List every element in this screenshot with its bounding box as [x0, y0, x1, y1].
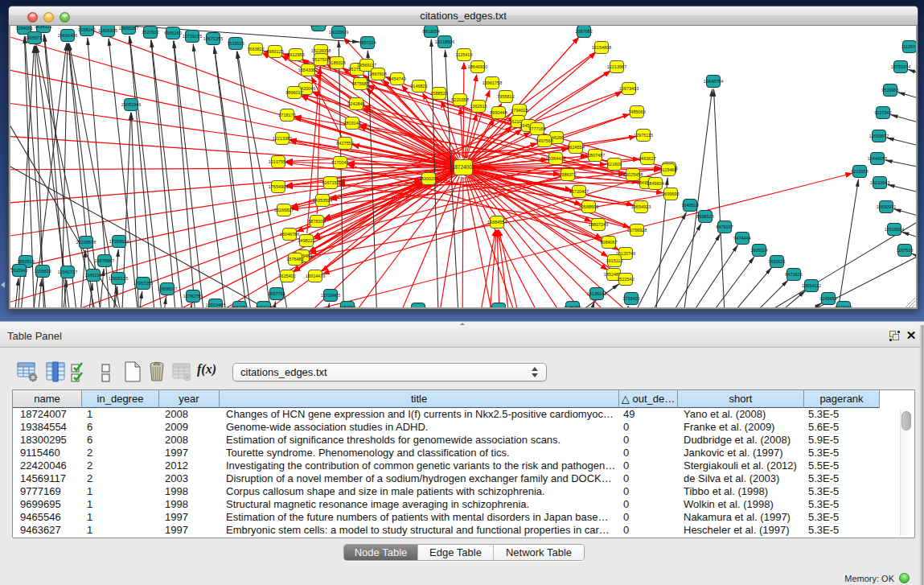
graph-node-label: 18640910 [468, 64, 487, 69]
graph-edge-black[interactable] [888, 184, 916, 196]
graph-edge-black[interactable] [739, 291, 805, 308]
graph-edge-black[interactable] [633, 224, 701, 307]
graph-edge-black[interactable] [887, 138, 916, 149]
float-window-icon[interactable] [889, 331, 900, 341]
select-columns-icon[interactable] [44, 360, 67, 383]
graph-edge-black[interactable] [721, 280, 788, 307]
column-header-short[interactable]: short [678, 390, 804, 408]
graph-node-label: 14136141 [587, 291, 606, 296]
cell-year: 2009 [165, 421, 220, 434]
graph-node-label: 3875685 [351, 81, 368, 86]
cell-short: Hescheler et al. (1997) [684, 524, 804, 537]
table-row[interactable]: 1872400712008Changes of HCN gene express… [13, 408, 880, 421]
graph-edge-red[interactable] [10, 167, 454, 170]
graph-edge-black[interactable] [69, 43, 127, 307]
cell-name: 9699695 [20, 498, 82, 511]
graph-edge-black[interactable] [908, 69, 916, 78]
cell-name: 9463627 [20, 524, 82, 537]
cell-pagerank: 5.3E-5 [808, 472, 880, 485]
graph-node-label: 12093872 [869, 134, 889, 138]
graph-edge-black[interactable] [236, 51, 275, 307]
graph-node-label: 15751074 [891, 64, 910, 69]
collapse-left-arrow-icon[interactable] [1, 282, 5, 288]
window-titlebar[interactable]: citations_edges.txt [9, 6, 918, 26]
network-canvas[interactable]: 7264051963492114055713206914069158140116… [10, 26, 916, 307]
network-selector[interactable]: citations_edges.txt [232, 363, 547, 381]
table-row[interactable]: 2242004622012Investigating the contribut… [13, 459, 880, 472]
tab-node-table[interactable]: Node Table [344, 545, 417, 560]
column-header-out-de-[interactable]: △ out_de… [619, 390, 678, 408]
unselect-all-icon[interactable] [95, 360, 117, 383]
graph-edge-black[interactable] [832, 179, 859, 307]
graph-node-label: 8427552 [336, 141, 353, 146]
vertical-scrollbar[interactable] [900, 410, 911, 536]
table-row[interactable]: 1830029562008Estimation of significance … [13, 434, 880, 447]
close-icon[interactable]: ✕ [905, 328, 918, 343]
table-row[interactable]: 911546021997Tourette syndrome. Phenomeno… [13, 447, 880, 459]
graph-node-label: 3624554 [567, 145, 584, 150]
graph-edge-black[interactable] [898, 93, 916, 102]
graph-node-label: 8471626 [785, 272, 802, 277]
graph-edge-black[interactable] [78, 250, 85, 307]
graph-node-label: 1849604 [647, 181, 663, 186]
table-row[interactable]: 969969511998Structural magnetic resonanc… [13, 498, 880, 511]
graph-edge-red[interactable] [10, 97, 454, 166]
graph-edge-black[interactable] [670, 245, 738, 307]
select-all-icon[interactable] [69, 360, 92, 383]
cell-title: Disruption of a novel member of a sodium… [226, 472, 619, 485]
table-row[interactable]: 1456911722003Disruption of a novel membe… [13, 472, 880, 485]
graph-edge-black[interactable] [885, 160, 916, 170]
graph-edge-red[interactable] [434, 177, 462, 307]
function-builder-icon[interactable]: f(x) [197, 362, 221, 380]
cell-year: 2008 [165, 408, 220, 421]
cell-pagerank: 5.6E-5 [808, 421, 880, 434]
cell-in-degree: 1 [87, 485, 159, 498]
table-settings-icon[interactable] [16, 360, 39, 383]
panel-right-edge [919, 325, 924, 585]
table-row[interactable]: 946362711997Embryonic stem cells: a mode… [13, 524, 880, 537]
graph-edge-red[interactable] [463, 63, 464, 158]
cell-out-de-: 0 [623, 459, 678, 472]
column-header-title[interactable]: title [220, 390, 619, 408]
graph-node-label: 2935114 [750, 248, 767, 253]
graph-edge-red[interactable] [498, 230, 513, 307]
graph-node-label: 7875222 [490, 307, 507, 307]
toolbar-icon-glyph [121, 360, 144, 383]
column-header-in-degree[interactable]: in_degree [82, 390, 159, 408]
cell-title: Embryonic stem cells: a model to study s… [226, 524, 619, 537]
column-header-year[interactable]: year [159, 390, 220, 408]
memory-status-icon[interactable] [899, 573, 910, 583]
scrollbar-thumb[interactable] [901, 411, 911, 431]
graph-edge-black[interactable] [714, 89, 727, 307]
graph-node-label: 19975867 [95, 258, 114, 263]
column-header-pagerank[interactable]: pagerank [804, 390, 880, 408]
table-row[interactable]: 946554611997Estimation of the future num… [13, 511, 880, 524]
table-body: 1872400712008Changes of HCN gene express… [13, 408, 914, 538]
table-row[interactable]: 977716911998Corpus callosum shape and si… [13, 485, 880, 498]
graph-node-label: 1112674 [901, 44, 916, 49]
graph-node-label: 1850513 [17, 259, 34, 264]
table-row[interactable]: 1938455462009Genome-wide association stu… [13, 421, 880, 434]
graph-edge-red[interactable] [462, 177, 463, 307]
graph-edge-black[interactable] [704, 268, 772, 307]
graph-edge-black[interactable] [891, 115, 916, 126]
graph-edge-black[interactable] [894, 209, 916, 220]
cell-pagerank: 5.3E-5 [808, 408, 880, 421]
graph-edge-black[interactable] [151, 40, 179, 307]
cell-pagerank: 5.5E-5 [808, 459, 880, 472]
delete-icon[interactable] [146, 360, 168, 383]
tab-edge-table[interactable]: Edge Table [418, 545, 493, 560]
graph-node-label: 9084067 [600, 240, 617, 245]
cell-year: 1998 [165, 485, 220, 498]
graph-node-label: 15226058 [311, 48, 331, 53]
graph-node-label: 8474069 [835, 305, 852, 307]
column-header-name[interactable]: name [13, 390, 82, 408]
network-graph[interactable]: 7264051963492114055713206914069158140116… [10, 26, 916, 307]
graph-edge-black[interactable] [11, 278, 18, 307]
tab-network-table[interactable]: Network Table [494, 545, 584, 560]
graph-edge-black[interactable] [902, 232, 917, 242]
table-toolbar: f(x) citations_edges.txt [0, 348, 924, 389]
graph-node-label: 2718176 [278, 113, 295, 117]
new-file-icon[interactable] [121, 360, 144, 383]
toolbar-icon-glyph [95, 360, 117, 383]
